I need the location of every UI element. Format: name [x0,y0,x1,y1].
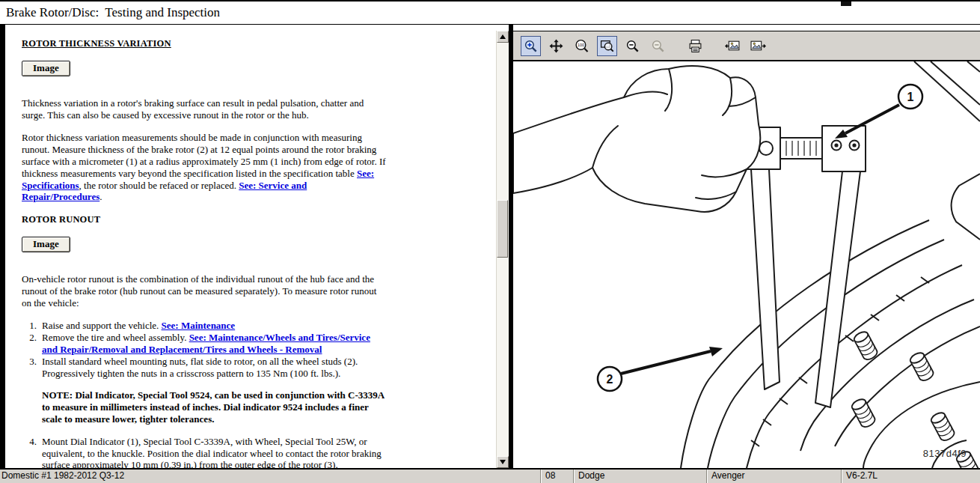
link-maintenance[interactable]: See: Maintenance [162,320,236,331]
figure-area[interactable]: 1 2 8137d4f9 [513,61,980,468]
pan-button[interactable] [546,36,566,56]
step-text: Raise and support the vehicle. See: Main… [42,320,388,332]
svg-text:100: 100 [578,43,584,47]
zoom-in-icon [524,39,538,53]
figure-pane: 100 [513,25,980,468]
scrollbar-thumb[interactable] [497,200,508,258]
status-engine: V6-2.7L [842,470,980,483]
step-number: 2. [22,332,37,356]
print-icon [688,39,702,53]
list-item-1: 1. Raise and support the vehicle. See: M… [22,320,388,332]
zoom-out-button[interactable] [622,36,643,56]
arrow-down-icon [500,460,506,464]
image-button-1[interactable]: Image [22,61,70,76]
step-text: Remove the tire and wheel assembly. See:… [42,332,388,356]
zoom-actual-size-icon: 100 [575,39,589,53]
print-button[interactable] [685,36,705,56]
paragraph-text: , the rotor should be refaced or replace… [79,180,239,191]
scroll-down-button[interactable] [497,456,509,468]
zoom-fit-icon [600,39,614,53]
step-text-part: Raise and support the vehicle. [42,320,162,331]
document-scrollbar[interactable] [496,31,509,468]
step-number: 4. [22,436,37,468]
step-text-part: Remove the tire and wheel assembly. [42,332,189,343]
status-model: Avenger [707,470,842,483]
list-item-3: 3. Install standard wheel mounting nuts,… [22,356,388,380]
callout-2-label: 2 [607,373,613,386]
image-button-2[interactable]: Image [22,237,70,252]
status-bar: Domestic #1 1982-2012 Q3-12 08 Dodge Ave… [0,470,980,483]
window-artifact [841,1,851,6]
step-number: 1. [22,320,37,332]
title-bar: Brake Rotor/Disc: Testing and Inspection [0,0,980,25]
zoom-fit-button[interactable] [597,36,617,56]
zoom-out-icon [625,39,640,53]
section-heading-rotor-runout: ROTOR RUNOUT [22,214,388,226]
scrollbar-track[interactable] [497,43,509,456]
previous-image-button[interactable] [723,36,743,56]
status-make: Dodge [574,470,707,483]
figure-code: 8137d4f9 [923,448,967,459]
figure-illustration: 1 2 [513,61,980,468]
paragraph-thickness-variation: Thickness variation in a rotor's braking… [22,97,388,121]
status-year: 08 [541,470,574,483]
scroll-up-button[interactable] [497,31,509,43]
zoom-out-disabled-icon [651,39,665,53]
zoom-out-disabled-button[interactable] [648,36,668,56]
figure-toolbar: 100 [513,31,980,61]
page-title: Brake Rotor/Disc: Testing and Inspection [0,5,220,20]
zoom-in-button[interactable] [521,36,541,56]
status-database: Domestic #1 1982-2012 Q3-12 [0,470,541,483]
section-heading-rotor-thickness-variation: ROTOR THICKNESS VARIATION [22,38,388,50]
paragraph-text: . [99,191,102,202]
arrow-up-icon [500,34,506,39]
document-pane: ROTOR THICKNESS VARIATION Image Thicknes… [5,25,496,468]
step-number: 3. [22,356,37,380]
next-image-icon [750,39,766,53]
next-image-button[interactable] [748,36,768,56]
pan-icon [549,39,563,53]
main-area: ROTOR THICKNESS VARIATION Image Thicknes… [0,25,980,470]
list-item-2: 2. Remove the tire and wheel assembly. S… [22,332,388,356]
list-item-4: 4. Mount Dial Indicator (1), Special Too… [22,436,388,468]
paragraph-text: Rotor thickness variation measurements s… [22,132,386,178]
previous-image-icon [725,39,741,53]
document-content: ROTOR THICKNESS VARIATION Image Thicknes… [5,31,388,468]
callout-1-label: 1 [907,91,914,103]
step-text: Mount Dial Indicator (1), Special Tool C… [42,436,388,468]
step-text: Install standard wheel mounting nuts, fl… [42,356,388,380]
paragraph-runout-intro: On-vehicle rotor runout is the combinati… [22,273,388,309]
callout-1: 1 [835,85,922,139]
zoom-actual-size-button[interactable]: 100 [572,36,592,56]
app-window: Brake Rotor/Disc: Testing and Inspection… [0,0,980,483]
note-text: NOTE: Dial Indicator, Special Tool 9524,… [42,389,388,425]
callout-2: 2 [598,347,723,391]
paragraph-measurement: Rotor thickness variation measurements s… [22,132,388,203]
numbered-steps: 1. Raise and support the vehicle. See: M… [22,320,388,468]
